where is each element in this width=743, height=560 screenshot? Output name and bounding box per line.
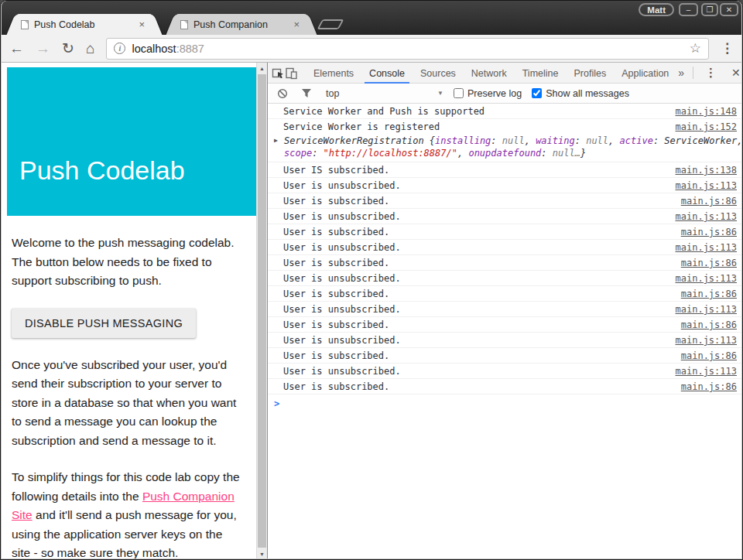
preserve-log-toggle[interactable]: Preserve log [454,88,522,99]
more-tabs-icon[interactable]: » [678,67,684,79]
window-minimize-button[interactable]: – [679,3,698,16]
scrollbar-thumb[interactable] [258,74,266,548]
inspect-element-icon[interactable] [272,64,285,81]
page-info-icon[interactable]: i [114,43,125,54]
console-source-link[interactable]: main.js:86 [681,319,737,330]
tab-title: Push Codelab [34,19,135,30]
devtools-tab-profiles[interactable]: Profiles [569,63,611,84]
console-source-link[interactable]: main.js:148 [676,106,737,117]
intro-paragraph: Welcome to the push messaging codelab. T… [12,234,241,291]
window-close-button[interactable]: ✕ [720,3,738,16]
clear-console-icon[interactable] [276,85,289,102]
session-user-badge[interactable]: Matt [639,3,674,16]
devtools-tab-bar: ElementsConsoleSourcesNetworkTimelinePro… [268,63,742,84]
tab-close-icon[interactable]: × [135,19,148,30]
console-source-link[interactable]: main.js:113 [676,304,737,315]
console-message: User IS subscribed.main.js:138 [268,162,742,178]
console-message: User is unsubscribed.main.js:113 [268,209,742,224]
tab-title: Push Companion [193,19,290,30]
console-message: User is unsubscribed.main.js:113 [268,364,742,379]
console-source-link[interactable]: main.js:86 [681,289,737,299]
console-source-link[interactable]: main.js:113 [676,366,737,377]
console-source-link[interactable]: main.js:86 [681,381,737,392]
console-message-text: User is subscribed. [283,289,673,299]
console-prompt[interactable]: > [268,394,742,411]
console-message: User is subscribed.main.js:86 [268,286,742,302]
toolbar-divider [693,67,693,79]
devtools-tab-console[interactable]: Console [365,63,409,84]
console-source-link[interactable]: main.js:86 [681,258,737,268]
scroll-up-icon[interactable]: ▲ [257,63,267,73]
console-source-link[interactable]: main.js:86 [681,350,737,361]
new-tab-button[interactable] [317,19,344,29]
console-source-link[interactable]: main.js:113 [676,211,737,222]
console-pane: Service Worker and Push is supportedmain… [268,104,742,559]
context-value: top [326,88,339,99]
console-source-link[interactable]: main.js:113 [676,273,737,284]
browser-window: Matt – ❐ ✕ Push Codelab × Push Companion… [0,0,743,560]
console-source-link[interactable]: main.js:113 [676,180,737,191]
console-message: User is subscribed.main.js:86 [268,224,742,240]
devtools-tab-timeline[interactable]: Timeline [518,63,563,84]
console-message-text: Service Worker and Push is supported [283,106,668,117]
window-maximize-button[interactable]: ❐ [701,3,718,16]
expand-arrow-icon[interactable]: ▶ [274,135,284,159]
home-button[interactable]: ⌂ [86,41,94,56]
devtools-menu-icon[interactable]: ⋮ [697,66,724,80]
console-message: User is unsubscribed.main.js:113 [268,178,742,193]
console-message: User is subscribed.main.js:86 [268,379,742,394]
preserve-log-label: Preserve log [467,88,522,99]
url-port: :8887 [176,43,204,55]
filter-icon[interactable] [300,85,313,102]
browser-tab-push-codelab[interactable]: Push Codelab × [18,14,151,35]
console-source-link[interactable]: main.js:113 [676,335,737,346]
console-source-link[interactable]: main.js:113 [676,242,737,253]
console-message-text: User is unsubscribed. [283,242,668,253]
bookmark-star-icon[interactable]: ☆ [690,40,701,56]
preserve-log-checkbox[interactable] [454,88,464,98]
console-message: User is subscribed.main.js:86 [268,193,742,209]
window-content: Push Codelab Welcome to the push messagi… [1,63,742,559]
console-message-text: User IS subscribed. [283,165,668,176]
console-object-preview[interactable]: ▶ServiceWorkerRegistration {installing: … [268,134,742,162]
console-message-text: User is subscribed. [283,196,673,207]
scroll-down-icon[interactable]: ▼ [257,548,267,559]
disable-push-messaging-button[interactable]: DISABLE PUSH MESSAGING [12,309,196,338]
console-message: User is unsubscribed.main.js:113 [268,333,742,348]
page-scrollbar[interactable]: ▲ ▼ [256,63,267,559]
devtools-panel: ElementsConsoleSourcesNetworkTimelinePro… [267,63,742,559]
console-toolbar: top ▼ Preserve log Show all messages [268,84,742,104]
console-source-link[interactable]: main.js:152 [676,121,737,132]
forward-button[interactable]: → [36,41,50,56]
devtools-close-icon[interactable]: ✕ [724,67,743,79]
object-preview-text: ServiceWorkerRegistration {installing: n… [284,135,742,159]
url-host: localhost [132,43,176,55]
devtools-tab-sources[interactable]: Sources [416,63,461,84]
console-message-text: User is subscribed. [283,258,673,268]
page-viewport: Push Codelab Welcome to the push messagi… [1,63,256,559]
back-button[interactable]: ← [9,41,24,56]
page-title: Push Codelab [19,155,185,185]
devtools-tab-application[interactable]: Application [617,63,673,84]
console-message: User is unsubscribed.main.js:113 [268,240,742,255]
devtools-tab-network[interactable]: Network [467,63,512,84]
console-source-link[interactable]: main.js:138 [676,165,737,176]
console-message: Service Worker and Push is supportedmain… [268,104,742,119]
browser-tab-push-companion[interactable]: Push Companion × [177,14,306,35]
console-message: User is subscribed.main.js:86 [268,348,742,364]
companion-text-after: and it'll send a push message for you, u… [12,508,237,559]
show-all-messages-toggle[interactable]: Show all messages [532,88,629,99]
show-all-messages-checkbox[interactable] [532,88,542,98]
page-favicon-icon [21,20,29,29]
address-bar[interactable]: i localhost:8887 ☆ [106,38,709,60]
browser-menu-icon[interactable]: ⋮ [721,40,734,56]
device-toolbar-icon[interactable] [285,64,298,81]
console-source-link[interactable]: main.js:86 [681,196,737,207]
console-message-text: User is subscribed. [283,227,673,237]
execution-context-selector[interactable]: top ▼ [326,88,443,99]
devtools-tab-elements[interactable]: Elements [309,63,358,84]
console-messages: Service Worker and Push is supportedmain… [268,104,742,394]
reload-button[interactable]: ↻ [62,41,74,56]
tab-close-icon[interactable]: × [290,19,303,30]
console-source-link[interactable]: main.js:86 [681,227,737,237]
